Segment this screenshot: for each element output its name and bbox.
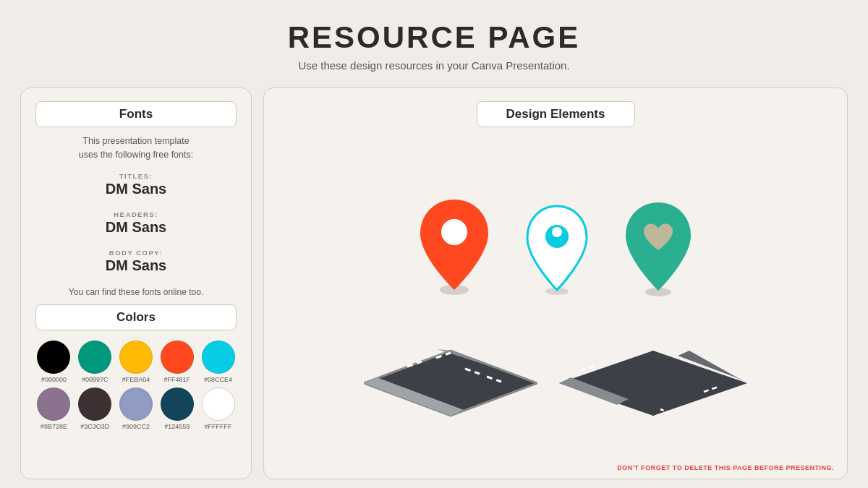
svg-point-1	[441, 219, 467, 245]
font-headers-name: DM Sans	[35, 218, 237, 236]
swatch-blue-gray	[119, 388, 153, 421]
swatch-yellow	[119, 341, 153, 374]
svg-line-21	[581, 366, 595, 371]
swatch-black	[37, 341, 70, 374]
pin-orange	[414, 196, 494, 297]
orange-pin-icon	[414, 196, 494, 297]
swatch-darkgray	[78, 388, 111, 421]
color-white: #FFFFFF	[200, 388, 237, 430]
elements-area	[281, 134, 830, 466]
page-header: RESOURCE PAGE Use these design resources…	[288, 0, 581, 79]
color-black: #000000	[35, 341, 72, 383]
right-panel: Design Elements	[263, 87, 848, 479]
hex-cyan: #08CCE4	[204, 376, 232, 383]
hex-black: #000000	[41, 376, 67, 383]
page-title: RESOURCE PAGE	[288, 20, 581, 55]
swatch-purple	[37, 388, 70, 421]
swatch-cyan	[202, 341, 235, 374]
color-dark-blue: #124559	[158, 388, 195, 430]
design-elements-label: Design Elements	[477, 101, 635, 127]
footer-warning: DON'T FORGET TO DELETE THIS PAGE BEFORE …	[617, 464, 834, 471]
green-pin-icon	[621, 200, 697, 297]
fonts-label: Fonts	[35, 101, 237, 127]
hex-teal: #00997C	[82, 376, 109, 383]
colors-label: Colors	[35, 304, 237, 330]
svg-point-4	[552, 227, 562, 237]
font-body-label: BODY COPY:	[35, 249, 237, 257]
fonts-description: This presentation templateuses the follo…	[35, 134, 237, 162]
road-cross-icon	[559, 340, 747, 427]
left-panel: Fonts This presentation templateuses the…	[20, 87, 252, 479]
road-straight	[364, 343, 537, 426]
font-titles-name: DM Sans	[35, 180, 237, 197]
hex-purple: #8B728E	[41, 423, 67, 430]
cyan-pin-icon	[523, 203, 592, 297]
road-cross	[559, 340, 747, 429]
main-content: Fonts This presentation templateuses the…	[0, 79, 868, 488]
hex-orange: #FF481F	[164, 376, 191, 383]
swatch-dark-blue	[161, 388, 194, 421]
font-headers: HEADERS: DM Sans	[35, 210, 237, 236]
color-yellow: #FEBA04	[118, 341, 155, 383]
pin-green	[621, 200, 697, 297]
hex-white: #FFFFFF	[205, 423, 232, 430]
color-purple: #8B728E	[35, 388, 72, 430]
color-orange: #FF481F	[158, 341, 195, 383]
hex-darkgray: #3C3O3D	[80, 423, 109, 430]
colors-grid: #000000 #00997C #FEBA04 #FF481F #08CCE4	[35, 341, 237, 430]
font-body-name: DM Sans	[35, 257, 237, 274]
font-titles: TITLES: DM Sans	[35, 172, 237, 197]
color-teal: #00997C	[77, 341, 114, 383]
pin-cyan	[523, 203, 592, 297]
hex-dark-blue: #124559	[164, 423, 190, 430]
color-darkgray: #3C3O3D	[77, 388, 114, 430]
page-subtitle: Use these design resources in your Canva…	[288, 59, 581, 72]
font-find-text: You can find these fonts online too.	[35, 287, 237, 297]
font-headers-label: HEADERS:	[35, 210, 237, 218]
hex-blue-gray: #909CC2	[122, 423, 150, 430]
roads-row	[364, 303, 747, 466]
color-blue-gray: #909CC2	[118, 388, 155, 430]
hex-yellow: #FEBA04	[122, 376, 150, 383]
swatch-orange	[161, 341, 194, 374]
pins-row	[414, 134, 697, 297]
road-straight-icon	[364, 343, 537, 423]
color-cyan: #08CCE4	[200, 341, 237, 383]
font-titles-label: TITLES:	[35, 172, 237, 180]
font-body: BODY COPY: DM Sans	[35, 249, 237, 274]
swatch-white	[202, 388, 235, 421]
swatch-teal	[78, 341, 111, 374]
